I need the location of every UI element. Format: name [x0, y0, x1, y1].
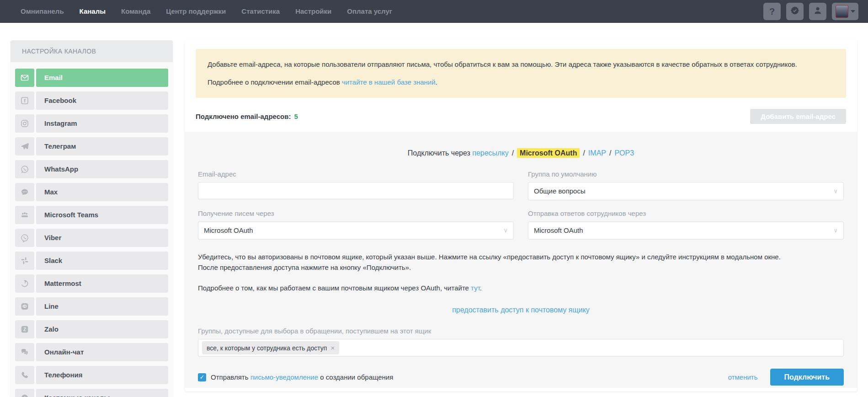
nav-item-support-center[interactable]: Центр поддержки	[158, 0, 234, 23]
custom-channels-icon	[15, 389, 34, 397]
tab-forwarding[interactable]: пересылку	[472, 149, 508, 157]
sidebar-item-custom-channels[interactable]: Кастомные каналы	[15, 389, 168, 397]
sidebar-item-label: Max	[36, 183, 168, 201]
tab-imap[interactable]: IMAP	[588, 149, 606, 157]
nav-item-channels[interactable]: Каналы	[72, 0, 113, 23]
sidebar-item-label: Instagram	[36, 114, 168, 133]
chevron-down-icon: ∨	[833, 188, 838, 194]
connected-row: Подключено email-адресов: 5 Добавить ema…	[196, 109, 846, 124]
grant-access-link[interactable]: предоставить доступ к почтовому ящику	[452, 306, 590, 314]
connect-button[interactable]: Подключить	[770, 369, 844, 386]
sidebar-item-line[interactable]: LINE Line	[15, 297, 168, 316]
tab-separator: /	[512, 149, 514, 157]
nav-item-statistics[interactable]: Статистика	[234, 0, 288, 23]
svg-text:Z: Z	[23, 327, 26, 332]
sidebar-item-label: Онлайн-чат	[36, 343, 168, 361]
groups-tag-text: все, к которым у сотрудника есть доступ	[207, 344, 327, 352]
sidebar-item-mattermost[interactable]: Mattermost	[15, 274, 168, 293]
send-via-label: Отправка ответов сотрудников через	[528, 209, 844, 217]
facebook-icon: f	[15, 91, 34, 110]
sidebar-item-label: Телеграм	[36, 137, 168, 156]
chevron-down-icon: ∨	[833, 227, 838, 234]
caret-down-icon	[851, 10, 855, 13]
help-button[interactable]: ?	[763, 3, 781, 20]
oauth-here-link[interactable]: тут	[471, 284, 480, 292]
tab-microsoft-oauth[interactable]: Microsoft OAuth	[517, 148, 580, 158]
nav-item-team[interactable]: Команда	[113, 0, 158, 23]
chevron-down-icon: ∨	[503, 227, 508, 234]
send-via-value: Microsoft OAuth	[534, 226, 583, 234]
receive-via-label: Получение писем через	[198, 209, 514, 217]
notify-checkbox[interactable]: ✓	[198, 373, 206, 381]
form-footer: ✓ Отправлять письмо-уведомление о создан…	[198, 369, 844, 386]
oauth-more-info-suffix: .	[480, 284, 482, 292]
sidebar-item-label: Телефония	[36, 366, 168, 384]
default-group-label: Группа по умолчанию	[528, 170, 844, 178]
sidebar-item-telephony[interactable]: Телефония	[15, 366, 168, 384]
email-input[interactable]	[198, 182, 514, 199]
sidebar-item-instagram[interactable]: Instagram	[15, 114, 168, 133]
info-text-1: Добавьте email-адреса, на которые пользо…	[208, 59, 834, 70]
remove-tag-icon[interactable]: ×	[330, 344, 335, 352]
sidebar-item-viber[interactable]: Viber	[15, 229, 168, 247]
notify-label-prefix: Отправлять	[211, 373, 250, 381]
sidebar-item-max[interactable]: Max	[15, 183, 168, 201]
notification-email-link[interactable]: письмо-уведомление	[250, 373, 318, 381]
check-icon: ✓	[200, 374, 205, 380]
sidebar-item-label: Кастомные каналы	[36, 389, 168, 397]
nav-item-settings[interactable]: Настройки	[288, 0, 339, 23]
nav-item-billing[interactable]: Оплата услуг	[339, 0, 400, 23]
tabs-prefix: Подключить через	[408, 149, 472, 157]
sidebar-item-whatsapp[interactable]: WhatsApp	[15, 160, 168, 178]
knowledge-base-link[interactable]: читайте в нашей базе знаний	[342, 78, 436, 86]
sidebar-item-label: WhatsApp	[36, 160, 168, 178]
telegram-icon	[15, 137, 34, 156]
info-text-2-prefix: Подробнее о подключении email-адресов	[208, 78, 342, 86]
tab-separator: /	[609, 149, 611, 157]
sidebar-item-facebook[interactable]: f Facebook	[15, 91, 168, 110]
info-box: Добавьте email-адреса, на которые пользо…	[196, 49, 846, 98]
microsoft-teams-icon	[15, 206, 34, 224]
sidebar-item-label: Email	[36, 69, 168, 87]
receive-via-select[interactable]: Microsoft OAuth ∨	[198, 221, 514, 240]
badge-check-icon	[790, 5, 800, 17]
mattermost-icon	[15, 274, 34, 293]
avatar	[836, 5, 848, 18]
default-group-select[interactable]: Общие вопросы ∨	[528, 182, 844, 200]
oauth-instructions: Убедитесь, что вы авторизованы в почтово…	[198, 252, 801, 273]
oauth-more-info: Подробнее о том, как мы работаем с вашим…	[198, 283, 801, 293]
sidebar-header: НАСТРОЙКА КАНАЛОВ	[11, 40, 173, 62]
sidebar-item-microsoft-teams[interactable]: Microsoft Teams	[15, 206, 168, 224]
profile-button[interactable]	[809, 3, 826, 20]
nav-item-omnipanel[interactable]: Омнипанель	[13, 0, 72, 23]
sidebar-item-zalo[interactable]: Z Zalo	[15, 320, 168, 338]
question-icon: ?	[769, 7, 775, 16]
sidebar-item-telegram[interactable]: Телеграм	[15, 137, 168, 156]
connect-form-section: Подключить через пересылку/Microsoft OAu…	[185, 132, 857, 388]
account-menu-button[interactable]	[832, 3, 858, 20]
receive-via-field-group: Получение писем через Microsoft OAuth ∨	[198, 209, 514, 240]
sidebar-item-label: Facebook	[36, 91, 168, 110]
cancel-button[interactable]: отменить	[728, 373, 758, 381]
sidebar-item-label: Microsoft Teams	[36, 206, 168, 224]
sidebar-item-online-chat[interactable]: Онлайн-чат	[15, 343, 168, 361]
top-navbar: Омнипанель Каналы Команда Центр поддержк…	[0, 0, 868, 23]
verified-badge-button[interactable]	[786, 3, 804, 20]
groups-tag: все, к которым у сотрудника есть доступ …	[202, 341, 339, 354]
oauth-more-info-prefix: Подробнее о том, как мы работаем с вашим…	[198, 284, 471, 292]
notify-label-suffix: о создании обращения	[318, 373, 393, 381]
svg-text:LINE: LINE	[23, 306, 27, 307]
sidebar-item-slack[interactable]: Slack	[15, 252, 168, 270]
whatsapp-icon	[15, 160, 34, 178]
tab-pop3[interactable]: POP3	[614, 149, 634, 157]
instagram-icon	[15, 114, 34, 133]
sidebar-item-label: Mattermost	[36, 274, 168, 293]
default-group-value: Общие вопросы	[534, 187, 586, 195]
sidebar-item-email[interactable]: Email	[15, 69, 168, 87]
default-group-field-group: Группа по умолчанию Общие вопросы ∨	[528, 170, 844, 200]
online-chat-icon	[15, 343, 34, 361]
add-email-button[interactable]: Добавить email-адрес	[750, 109, 846, 124]
groups-tag-input[interactable]: все, к которым у сотрудника есть доступ …	[198, 339, 844, 357]
send-via-select[interactable]: Microsoft OAuth ∨	[528, 221, 844, 240]
info-text-2: Подробнее о подключении email-адресов чи…	[208, 77, 834, 87]
